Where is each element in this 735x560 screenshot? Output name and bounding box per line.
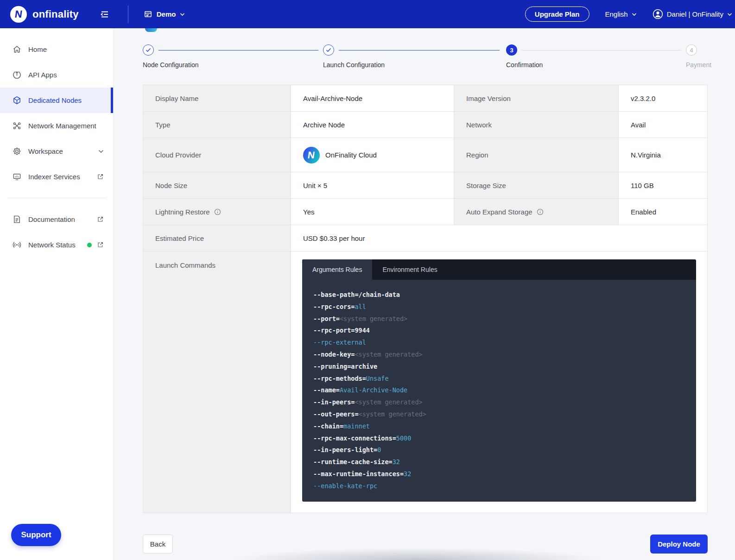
command-line: --port=<system generated> [313,313,696,325]
row-label-text: Auto Expand Storage [466,208,532,216]
command-line: --max-runtime-instances=32 [313,468,696,480]
sidebar-item-home[interactable]: Home [0,37,113,62]
check-icon [326,48,331,52]
command-line: --out-peers=<system generated> [313,409,696,421]
command-line: --rpc-max-connections=5000 [313,433,696,445]
command-line: --name=Avail-Archive-Node [313,384,696,396]
external-link-icon [97,216,104,223]
step-label: Confirmation [506,61,543,69]
command-line: --rpc-port=9944 [313,325,696,337]
step-label: Launch Configuration [323,61,385,69]
sidebar-item-api-apps[interactable]: API Apps [0,62,113,88]
workspace-switcher[interactable]: Demo [144,10,185,19]
info-icon[interactable] [214,208,221,215]
command-line: --node-key=<system generated> [313,349,696,361]
command-line: --chain=mainnet [313,421,696,433]
monitor-icon [13,172,21,181]
cube-icon [13,96,21,105]
row-label: Lightning Restore [143,199,291,225]
deploy-node-button[interactable]: Deploy Node [650,535,708,554]
sidebar-item-documentation[interactable]: Documentation [0,207,113,232]
sidebar-item-dedicated-nodes[interactable]: Dedicated Nodes [0,88,113,113]
step-confirmation: 3 [506,44,517,56]
chevron-down-icon [180,13,185,16]
user-name: Daniel | OnFinality [667,10,723,18]
row-label: Image Version [454,85,619,111]
footer-shadow [229,548,605,560]
sidebar-item-indexer-services[interactable]: Indexer Services [0,164,113,189]
sidebar-item-network-management[interactable]: Network Management [0,113,113,138]
onfinality-logo-icon: N [10,6,27,23]
document-icon [13,215,21,224]
step-connector [158,50,318,50]
upgrade-plan-button[interactable]: Upgrade Plan [525,6,589,22]
navbar-divider [128,6,128,23]
sidebar-item-label: Workspace [28,147,63,155]
sidebar-item-label: Documentation [28,215,75,223]
support-button[interactable]: Support [11,524,61,546]
confirmation-summary-table: Display Name Avail-Archive-Node Image Ve… [143,85,708,513]
sidebar-item-workspace[interactable]: Workspace [0,138,113,164]
sidebar-divider [7,198,106,198]
sidebar-item-label: API Apps [28,71,57,79]
launch-commands-cell: Arguments Rules Environment Rules --base… [291,252,707,513]
command-line: --in-peers-light=0 [313,444,696,456]
row-label: Region [454,138,619,172]
command-line: --pruning=archive [313,361,696,373]
chevron-down-icon [98,150,104,153]
sidebar-item-label: Network Management [28,122,96,130]
command-line: --runtime-cache-size=32 [313,456,696,468]
avatar-icon [653,9,663,19]
step-label: Node Configuration [143,61,199,69]
chevron-down-icon [632,13,637,16]
row-label: Network [454,112,619,138]
tab-environment-rules[interactable]: Environment Rules [372,259,447,280]
page-title-logo-clipped [145,28,157,32]
row-value: Avail-Archive-Node [291,85,454,111]
sidebar-item-label: Dedicated Nodes [28,96,82,104]
row-value: Unit × 5 [291,172,454,198]
row-label: Launch Commands [143,252,291,513]
step-label: Payment [686,61,711,69]
external-link-icon [97,241,104,248]
row-value: N OnFinality Cloud [291,138,454,172]
step-connector [339,50,500,50]
sidebar: Home API Apps Dedicated Nodes Network Ma… [0,28,114,560]
row-value: 110 GB [619,172,707,198]
step-payment: 4 [686,44,697,56]
step-connector [522,50,681,50]
workspace-icon [144,10,152,19]
brand[interactable]: N onfinality [0,6,79,23]
info-icon[interactable] [537,208,544,215]
step-launch-configuration [323,44,334,56]
row-value: Archive Node [291,112,454,138]
external-link-icon [97,173,104,180]
onfinality-cloud-logo-icon: N [303,147,320,164]
api-apps-icon [13,70,21,79]
broadcast-icon [13,240,21,249]
command-line: --base-path=/chain-data [313,289,696,301]
launch-commands-panel: Arguments Rules Environment Rules --base… [302,259,696,502]
command-line: --in-peers=<system generated> [313,396,696,409]
back-button[interactable]: Back [143,535,173,554]
language-selector[interactable]: English [605,10,637,18]
tab-arguments-rules[interactable]: Arguments Rules [302,259,372,280]
sidebar-item-network-status[interactable]: Network Status [0,232,113,258]
status-dot [87,243,92,247]
row-label: Cloud Provider [143,138,291,172]
command-line: --rpc-cors=all [313,301,696,313]
row-label: Storage Size [454,172,619,198]
workspace-name: Demo [157,10,176,18]
launch-commands-code: --base-path=/chain-data--rpc-cors=all--p… [302,280,696,502]
sidebar-collapse-icon[interactable] [100,10,109,19]
top-navbar: N onfinality Demo Upgrade Plan English [0,0,735,28]
main-content: 3 4 Node Configuration Launch Configurat… [114,28,735,560]
command-line: --rpc-external [313,337,696,349]
user-menu[interactable]: Daniel | OnFinality [653,9,732,19]
command-line: --rpc-methods=Unsafe [313,373,696,385]
network-icon [13,121,21,130]
row-label: Node Size [143,172,291,198]
language-label: English [605,10,628,18]
home-icon [13,45,21,54]
row-value: Yes [291,199,454,225]
